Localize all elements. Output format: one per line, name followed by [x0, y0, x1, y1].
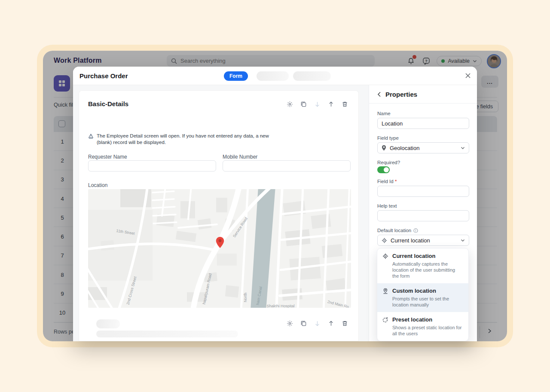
back-button[interactable] [377, 92, 381, 97]
duplicate-icon[interactable] [300, 101, 307, 107]
requester-name-label: Requester Name [88, 154, 127, 160]
form-section-card[interactable]: Basic-Details The Employee Detail screen… [79, 90, 359, 341]
map-pin-icon [215, 236, 225, 248]
location-pin-icon [382, 145, 386, 151]
map-canvas [88, 189, 351, 308]
name-label: Name [377, 111, 391, 116]
map-street-label: North [243, 293, 248, 302]
section-actions [287, 101, 348, 107]
required-label: Required? [377, 160, 400, 165]
help-text-label: Help text [377, 203, 397, 208]
field-type-select[interactable]: Geolocation [377, 142, 469, 153]
settings-icon[interactable] [287, 101, 293, 107]
field-id-label: Field Id * [377, 179, 397, 184]
requester-name-input[interactable] [88, 160, 216, 172]
skeleton-field-label [96, 319, 120, 328]
move-up-icon[interactable] [328, 101, 334, 107]
field-type-label: Field type [377, 135, 399, 141]
settings-icon[interactable] [287, 320, 293, 327]
move-down-icon[interactable] [314, 101, 321, 107]
pin-on-line-icon [382, 288, 388, 294]
warning-text-line2: (blank) record will be displayed. [97, 140, 166, 145]
mobile-number-label: Mobile Number [223, 154, 257, 160]
close-button[interactable] [464, 72, 471, 79]
info-banner: The Employee Detail screen will open. If… [88, 133, 269, 146]
close-icon [464, 72, 471, 79]
default-location-label: Default location [377, 228, 418, 233]
chevron-down-icon [461, 147, 465, 150]
modal-header: Purchase Order Form [73, 67, 477, 85]
location-map[interactable]: 11th Street 2nd Cross Street hapalipuram… [88, 189, 351, 308]
section-title: Basic-Details [88, 100, 128, 107]
name-input[interactable] [377, 118, 469, 129]
required-asterisk: * [395, 179, 397, 184]
delete-icon[interactable] [342, 101, 348, 107]
tab-skeleton[interactable] [257, 71, 289, 81]
dropdown-option-preset-location[interactable]: Preset location Shows a preset static lo… [377, 312, 468, 341]
map-poi-label: Shakthi Hospital [266, 304, 294, 308]
locate-icon [382, 253, 388, 259]
default-location-value: Current location [391, 237, 430, 244]
delete-icon[interactable] [342, 320, 348, 327]
default-location-dropdown: Current location Automatically captures … [377, 248, 469, 341]
default-location-select[interactable]: Current location [377, 235, 469, 246]
field-type-value: Geolocation [390, 145, 419, 151]
section-actions [287, 320, 348, 327]
chevron-down-icon [461, 239, 465, 242]
chevron-left-icon [377, 92, 381, 97]
move-down-icon[interactable] [314, 320, 321, 327]
duplicate-icon[interactable] [300, 320, 307, 327]
move-up-icon[interactable] [328, 320, 334, 327]
warning-text-line1: The Employee Detail screen will open. If… [97, 133, 269, 138]
locate-icon [382, 238, 387, 243]
info-icon [413, 228, 418, 233]
required-toggle[interactable] [377, 166, 390, 173]
modal-title: Purchase Order [79, 72, 128, 80]
warning-icon [88, 133, 94, 146]
help-text-input[interactable] [377, 210, 469, 221]
location-field-label: Location [88, 182, 107, 188]
dropdown-option-current-location[interactable]: Current location Automatically captures … [377, 248, 468, 283]
tab-skeleton[interactable] [293, 71, 331, 81]
properties-title: Properties [385, 91, 417, 98]
skeleton-field-input [96, 331, 238, 337]
dropdown-option-custom-location[interactable]: Custom location Prompts the user to set … [377, 283, 468, 312]
preset-location-icon [382, 317, 388, 323]
mobile-number-input[interactable] [223, 160, 351, 172]
field-id-input[interactable] [377, 186, 469, 197]
tab-form[interactable]: Form [224, 71, 248, 81]
